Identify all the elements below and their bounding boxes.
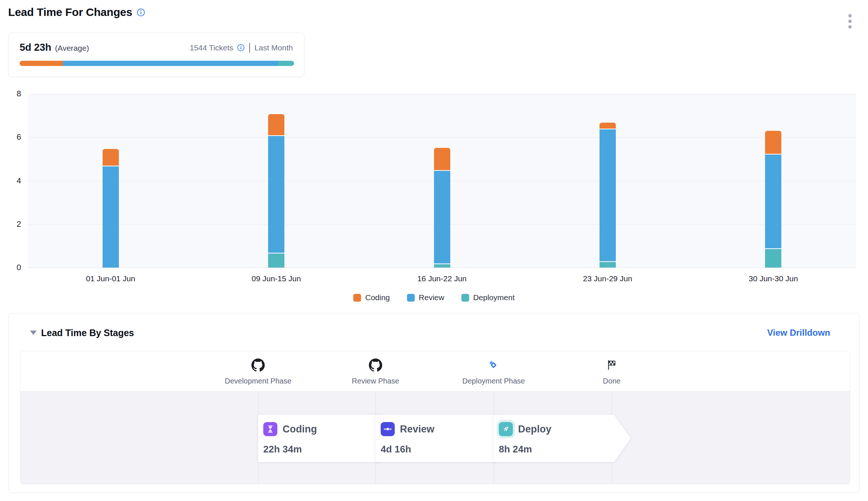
summary-distribution-bar [20, 61, 294, 66]
lead-time-by-stages-section: Lead Time By Stages View Drilldown Devel… [8, 313, 860, 493]
gridline [28, 137, 856, 137]
bar-segment-deployment[interactable] [268, 253, 284, 268]
phase-label: Development Phase [225, 377, 291, 385]
phase-label: Done [603, 377, 621, 385]
x-axis-label: 01 Jun-01 Jun [86, 274, 135, 283]
phase-header-row: Development Phase Review Phase Deploymen… [20, 351, 850, 392]
legend-swatch [461, 294, 469, 302]
x-axis: 01 Jun-01 Jun09 Jun-15 Jun16 Jun-22 Jun2… [28, 274, 856, 286]
bar-01-jun-01-jun[interactable] [103, 149, 119, 268]
stage-card-review[interactable]: Review 4d 16h [375, 415, 513, 462]
bar-segment-coding[interactable] [434, 148, 450, 171]
bar-segment-deployment[interactable] [600, 262, 616, 268]
stages-table: Development Phase Review Phase Deploymen… [20, 351, 850, 484]
y-axis-tick-label: 2 [8, 219, 21, 229]
y-axis-tick-label: 4 [8, 176, 21, 186]
bar-segment-deployment[interactable] [434, 264, 450, 268]
gridline [28, 94, 856, 94]
phase-review: Review Phase [352, 358, 399, 385]
title-info-icon[interactable] [137, 8, 145, 17]
stages-header: Lead Time By Stages View Drilldown [30, 325, 830, 341]
collapse-triangle-icon[interactable] [30, 331, 37, 335]
bar-segment-deployment[interactable] [765, 249, 781, 268]
jira-icon [488, 358, 499, 372]
phase-deployment: Deployment Phase [463, 358, 525, 385]
y-axis-tick-label: 8 [8, 89, 21, 99]
summary-top-row: 5d 23h (Average) 1544 Tickets Last Month [20, 42, 293, 53]
stage-label: Deploy [518, 424, 551, 435]
bar-segment-review[interactable] [434, 171, 450, 264]
widget-header: Lead Time For Changes [8, 6, 145, 19]
summary-bar-segment-deployment [278, 61, 294, 66]
y-axis-tick-label: 6 [8, 132, 21, 142]
tickets-info-icon[interactable] [237, 44, 245, 52]
phase-development: Development Phase [225, 358, 291, 385]
legend-item-deployment[interactable]: Deployment [461, 293, 515, 302]
x-axis-label: 23 Jun-29 Jun [583, 274, 632, 283]
separator [249, 43, 250, 53]
bar-16-jun-22-jun[interactable] [434, 148, 450, 268]
chart-legend: CodingReviewDeployment [0, 293, 868, 302]
average-lead-time: 5d 23h (Average) [20, 42, 89, 53]
github-icon [369, 358, 382, 372]
stage-card-deploy[interactable]: Deploy 8h 24m [494, 415, 631, 462]
summary-meta: 1544 Tickets Last Month [190, 43, 293, 53]
view-drilldown-link[interactable]: View Drilldown [767, 328, 830, 338]
bar-segment-review[interactable] [600, 129, 616, 262]
x-axis-label: 30 Jun-30 Jun [749, 274, 798, 283]
bar-segment-review[interactable] [268, 136, 284, 253]
legend-label: Coding [365, 293, 390, 302]
y-axis-tick-label: 0 [8, 263, 21, 272]
legend-swatch [407, 294, 415, 302]
bar-segment-coding[interactable] [268, 114, 284, 136]
git-commit-icon [381, 422, 395, 436]
stage-duration: 4d 16h [381, 444, 513, 455]
legend-label: Review [419, 293, 444, 302]
bar-09-jun-15-jun[interactable] [268, 114, 284, 268]
bar-segment-coding[interactable] [103, 149, 119, 166]
phase-done: Done [603, 358, 621, 385]
stage-card-coding[interactable]: Coding 22h 34m [258, 415, 395, 462]
hourglass-icon [263, 422, 277, 436]
bar-segment-coding[interactable] [600, 123, 616, 129]
stage-body: Coding 22h 34m Review [20, 392, 850, 484]
summary-bar-segment-review [63, 61, 278, 66]
page-title: Lead Time For Changes [8, 6, 132, 19]
rocket-icon [499, 422, 513, 436]
summary-card: 5d 23h (Average) 1544 Tickets Last Month [8, 33, 304, 77]
x-axis-label: 09 Jun-15 Jun [252, 274, 301, 283]
tickets-count: 1544 Tickets [190, 43, 233, 52]
stages-section-title: Lead Time By Stages [41, 328, 134, 338]
stage-duration: 8h 24m [499, 444, 631, 455]
x-axis-label: 16 Jun-22 Jun [417, 274, 467, 283]
legend-label: Deployment [473, 293, 515, 302]
stage-label: Review [400, 424, 434, 435]
bar-segment-review[interactable] [103, 166, 119, 268]
legend-item-review[interactable]: Review [407, 293, 444, 302]
bar-segment-review[interactable] [765, 155, 781, 249]
kebab-menu-icon[interactable] [847, 13, 853, 30]
period-label: Last Month [254, 43, 293, 52]
phase-label: Review Phase [352, 377, 399, 385]
summary-bar-segment-coding [20, 61, 63, 66]
bar-segment-coding[interactable] [765, 131, 781, 155]
github-icon [251, 358, 265, 372]
phase-label: Deployment Phase [463, 377, 525, 385]
bar-23-jun-29-jun[interactable] [600, 123, 616, 268]
checkered-flag-icon [606, 358, 617, 372]
bar-30-jun-30-jun[interactable] [765, 131, 781, 268]
plot-area: 02468 [28, 94, 856, 268]
legend-swatch [353, 294, 361, 302]
legend-item-coding[interactable]: Coding [353, 293, 390, 302]
average-value: 5d 23h [20, 42, 51, 53]
stage-label: Coding [283, 424, 317, 435]
average-qualifier: (Average) [55, 44, 89, 53]
